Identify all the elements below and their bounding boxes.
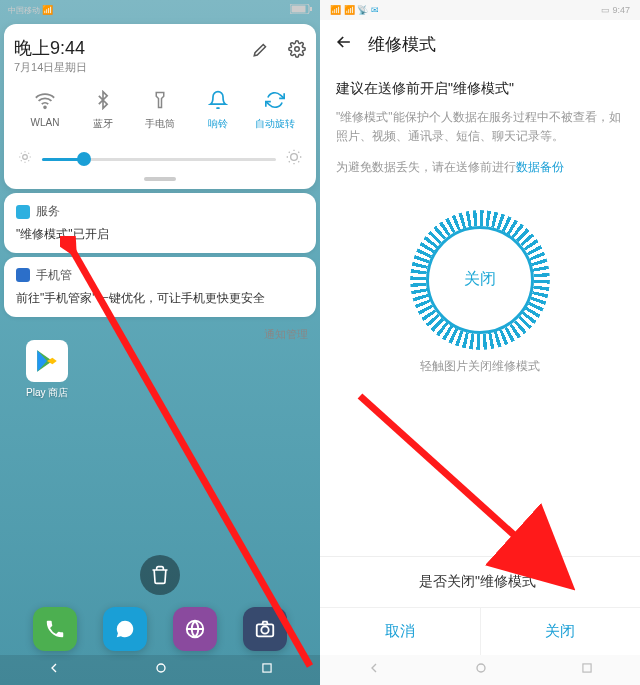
notification-phonemanager[interactable]: 手机管 前往"手机管家"一键优化，可让手机更快更安全 [4,257,316,317]
panel-date: 7月14日星期日 [14,60,87,75]
dock-phone[interactable] [33,607,77,651]
dock [0,607,320,651]
battery-icon [290,4,312,16]
qs-label: WLAN [31,117,60,128]
dialog-cancel-button[interactable]: 取消 [320,608,481,655]
app-label: Play 商店 [26,386,68,400]
bluetooth-icon [92,89,114,111]
notif-body: "维修模式"已开启 [16,226,304,243]
nav-recent-icon[interactable] [580,661,594,679]
svg-point-4 [44,106,46,108]
qs-ringer[interactable]: 响铃 [191,89,245,131]
service-app-icon [16,205,30,219]
status-bar: 中国移动 📶 [0,0,320,20]
backup-section: 为避免数据丢失，请在送修前进行数据备份 [320,158,640,189]
nav-home-icon[interactable] [473,660,489,680]
dock-messages[interactable] [103,607,147,651]
suggest-section: 建议在送修前开启"维修模式" "维修模式"能保护个人数据在服务过程中不被查看，如… [320,68,640,158]
backup-link[interactable]: 数据备份 [516,160,564,174]
nav-back-icon[interactable] [366,660,382,680]
svg-point-3 [295,47,300,52]
flashlight-icon [149,89,171,111]
notif-app-name: 服务 [36,203,60,220]
carrier-label: 中国移动 [8,5,40,16]
nav-bar [0,655,320,685]
autorotate-icon [264,89,286,111]
slider-thumb[interactable] [77,152,91,166]
back-icon[interactable] [334,32,354,56]
panel-time: 晚上9:44 [14,36,87,60]
trash-icon[interactable] [140,555,180,595]
dial-wrap: 关闭 [320,210,640,350]
notification-service[interactable]: 服务 "维修模式"已开启 [4,193,316,253]
svg-rect-2 [310,7,312,11]
notif-body: 前往"手机管家"一键优化，可让手机更快更安全 [16,290,304,307]
top-bar: 维修模式 [320,20,640,68]
svg-rect-1 [292,6,306,13]
qs-label: 自动旋转 [255,117,295,131]
bell-icon [207,89,229,111]
notif-app-name: 手机管 [36,267,72,284]
brightness-slider[interactable] [42,158,276,161]
quick-settings-row: WLAN 蓝牙 手电筒 响铃 [14,89,306,131]
svg-point-9 [261,626,268,633]
qs-label: 手电筒 [145,117,175,131]
quick-settings-panel: 晚上9:44 7月14日星期日 WLAN [4,24,316,189]
nav-bar [320,655,640,685]
dock-browser[interactable] [173,607,217,651]
dial-caption: 轻触图片关闭维修模式 [320,358,640,375]
nav-recent-icon[interactable] [260,661,274,679]
status-time: 9:47 [612,5,630,15]
dial-label: 关闭 [464,269,496,290]
panel-handle[interactable] [144,177,176,181]
nav-back-icon[interactable] [46,660,62,680]
dialog-confirm-button[interactable]: 关闭 [481,608,641,655]
suggest-title: 建议在送修前开启"维修模式" [336,80,624,98]
wifi-icon [34,89,56,111]
svg-point-5 [23,155,28,160]
edit-icon[interactable] [252,40,270,62]
app-playstore[interactable]: Play 商店 [26,340,68,400]
svg-point-6 [291,154,298,161]
nav-home-icon[interactable] [153,660,169,680]
signal-icon: 📶 📶 📡 ✉ [330,5,379,15]
brightness-high-icon [286,149,302,169]
left-phone-screen: 中国移动 📶 晚上9:44 7月14日星期日 [0,0,320,685]
svg-rect-11 [263,664,271,672]
status-bar: 📶 📶 📡 ✉ ▭ 9:47 [320,0,640,20]
qs-label: 蓝牙 [93,117,113,131]
backup-prefix: 为避免数据丢失，请在送修前进行 [336,160,516,174]
brightness-low-icon [18,150,32,168]
svg-point-12 [477,664,485,672]
qs-autorotate[interactable]: 自动旋转 [248,89,302,131]
suggest-text: "维修模式"能保护个人数据在服务过程中不被查看，如照片、视频、通讯录、短信、聊天… [336,108,624,146]
confirm-dialog: 是否关闭"维修模式" 取消 关闭 [320,556,640,655]
settings-icon[interactable] [288,40,306,62]
signal-icon: 📶 [42,5,53,15]
maintenance-dial[interactable]: 关闭 [410,210,550,350]
svg-point-10 [157,664,165,672]
qs-flashlight[interactable]: 手电筒 [133,89,187,131]
page-title: 维修模式 [368,33,436,56]
phonemanager-app-icon [16,268,30,282]
qs-wlan[interactable]: WLAN [18,89,72,131]
battery-icon: ▭ [601,5,610,15]
playstore-icon [26,340,68,382]
right-phone-screen: 📶 📶 📡 ✉ ▭ 9:47 维修模式 建议在送修前开启"维修模式" "维修模式… [320,0,640,685]
dialog-title: 是否关闭"维修模式" [320,557,640,607]
svg-rect-13 [583,664,591,672]
qs-bluetooth[interactable]: 蓝牙 [76,89,130,131]
qs-label: 响铃 [208,117,228,131]
dock-camera[interactable] [243,607,287,651]
brightness-row [18,149,302,169]
